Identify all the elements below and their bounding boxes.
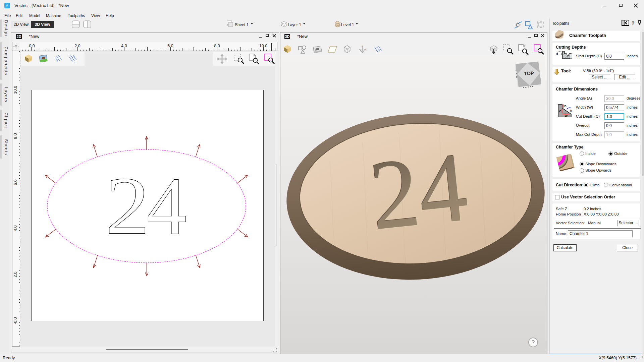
svg-text:2: 2 <box>105 160 150 251</box>
svg-text:8.0: 8.0 <box>214 44 220 48</box>
svg-text:X: X <box>365 48 366 50</box>
svg-text:8.0: 8.0 <box>13 133 18 139</box>
svg-text:6.0: 6.0 <box>167 44 173 48</box>
svg-text:4: 4 <box>147 160 187 251</box>
svg-text:W: W <box>565 114 568 118</box>
svg-text:A: A <box>570 109 572 112</box>
svg-text:D: D <box>556 52 558 56</box>
svg-text:6.0: 6.0 <box>13 179 18 185</box>
svg-text:D: D <box>565 105 567 108</box>
svg-text:-0.0: -0.0 <box>28 44 35 48</box>
svg-text:2.0: 2.0 <box>13 272 18 277</box>
svg-text:10.0: 10.0 <box>13 86 18 94</box>
svg-text:TOP: TOP <box>524 70 534 76</box>
svg-text:10.0: 10.0 <box>259 44 267 48</box>
svg-text:24: 24 <box>365 132 473 251</box>
svg-text:Z: Z <box>362 45 363 47</box>
svg-text:4.0: 4.0 <box>13 225 18 231</box>
svg-text:-0.0: -0.0 <box>13 317 18 324</box>
svg-text:C: C <box>559 110 561 113</box>
svg-text:Y: Y <box>359 48 360 50</box>
svg-text:4.0: 4.0 <box>121 44 127 48</box>
svg-text:2.0: 2.0 <box>74 44 80 48</box>
